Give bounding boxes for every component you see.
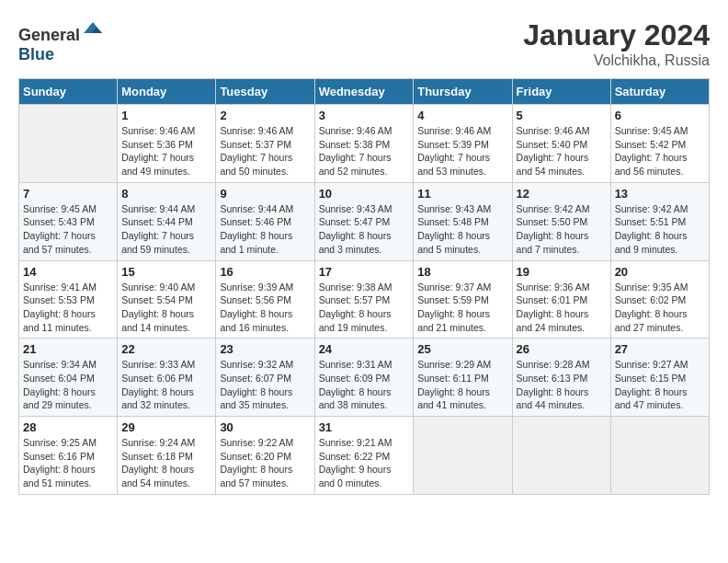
weekday-header-row: SundayMondayTuesdayWednesdayThursdayFrid… <box>19 79 710 105</box>
day-info: Sunrise: 9:46 AMSunset: 5:39 PMDaylight:… <box>417 124 507 178</box>
day-info: Sunrise: 9:42 AMSunset: 5:51 PMDaylight:… <box>615 202 705 257</box>
calendar-cell: 24Sunrise: 9:31 AMSunset: 6:09 PMDayligh… <box>314 339 414 417</box>
day-info: Sunrise: 9:43 AMSunset: 5:48 PMDaylight:… <box>417 202 507 257</box>
logo: General Blue <box>18 18 104 64</box>
calendar-cell: 28Sunrise: 9:25 AMSunset: 6:16 PMDayligh… <box>19 417 118 495</box>
day-info: Sunrise: 9:40 AMSunset: 5:54 PMDaylight:… <box>121 281 211 335</box>
calendar-cell: 26Sunrise: 9:28 AMSunset: 6:13 PMDayligh… <box>512 339 610 417</box>
day-info: Sunrise: 9:27 AMSunset: 6:15 PMDaylight:… <box>615 358 705 412</box>
day-info: Sunrise: 9:32 AMSunset: 6:07 PMDaylight:… <box>220 358 310 412</box>
day-info: Sunrise: 9:37 AMSunset: 5:59 PMDaylight:… <box>417 281 507 335</box>
calendar-cell: 11Sunrise: 9:43 AMSunset: 5:48 PMDayligh… <box>414 182 512 260</box>
logo-icon <box>82 18 104 40</box>
day-number: 16 <box>220 265 310 279</box>
day-info: Sunrise: 9:39 AMSunset: 5:56 PMDaylight:… <box>220 281 310 335</box>
day-info: Sunrise: 9:43 AMSunset: 5:47 PMDaylight:… <box>319 202 410 257</box>
calendar-cell: 29Sunrise: 9:24 AMSunset: 6:18 PMDayligh… <box>118 417 216 495</box>
day-number: 6 <box>615 109 705 122</box>
day-info: Sunrise: 9:24 AMSunset: 6:18 PMDaylight:… <box>121 436 211 490</box>
week-row-5: 28Sunrise: 9:25 AMSunset: 6:16 PMDayligh… <box>19 417 710 495</box>
weekday-header-wednesday: Wednesday <box>314 79 414 105</box>
calendar-cell: 13Sunrise: 9:42 AMSunset: 5:51 PMDayligh… <box>610 182 709 260</box>
location-title: Volchikha, Russia <box>523 52 710 69</box>
day-number: 22 <box>121 342 211 356</box>
day-number: 15 <box>121 265 211 279</box>
day-number: 11 <box>417 187 507 201</box>
weekday-header-monday: Monday <box>118 79 216 105</box>
month-title: January 2024 <box>523 18 710 52</box>
calendar-cell <box>512 417 610 495</box>
calendar-cell: 5Sunrise: 9:46 AMSunset: 5:40 PMDaylight… <box>512 105 610 183</box>
day-number: 7 <box>23 187 113 201</box>
day-number: 20 <box>615 265 705 279</box>
day-number: 12 <box>517 187 607 201</box>
day-number: 4 <box>417 109 507 122</box>
day-info: Sunrise: 9:44 AMSunset: 5:46 PMDaylight:… <box>220 202 310 257</box>
day-number: 23 <box>220 342 310 356</box>
calendar-cell: 15Sunrise: 9:40 AMSunset: 5:54 PMDayligh… <box>118 260 216 339</box>
weekday-header-friday: Friday <box>512 79 610 105</box>
day-info: Sunrise: 9:46 AMSunset: 5:37 PMDaylight:… <box>220 124 310 178</box>
day-info: Sunrise: 9:35 AMSunset: 6:02 PMDaylight:… <box>615 281 705 335</box>
calendar-cell: 21Sunrise: 9:34 AMSunset: 6:04 PMDayligh… <box>19 339 118 417</box>
day-number: 28 <box>23 420 113 434</box>
calendar-cell: 20Sunrise: 9:35 AMSunset: 6:02 PMDayligh… <box>610 260 709 339</box>
calendar-cell: 18Sunrise: 9:37 AMSunset: 5:59 PMDayligh… <box>414 260 512 339</box>
calendar-cell: 16Sunrise: 9:39 AMSunset: 5:56 PMDayligh… <box>216 260 314 339</box>
day-info: Sunrise: 9:45 AMSunset: 5:42 PMDaylight:… <box>615 124 705 178</box>
day-info: Sunrise: 9:45 AMSunset: 5:43 PMDaylight:… <box>23 202 113 257</box>
day-number: 1 <box>121 109 211 122</box>
day-info: Sunrise: 9:34 AMSunset: 6:04 PMDaylight:… <box>23 358 113 412</box>
day-info: Sunrise: 9:41 AMSunset: 5:53 PMDaylight:… <box>23 281 113 335</box>
day-number: 26 <box>517 342 607 356</box>
logo-general-text: General <box>18 26 80 44</box>
week-row-2: 7Sunrise: 9:45 AMSunset: 5:43 PMDaylight… <box>19 182 710 260</box>
weekday-header-saturday: Saturday <box>610 79 709 105</box>
day-number: 10 <box>319 187 410 201</box>
day-number: 13 <box>615 187 705 201</box>
day-number: 18 <box>417 265 507 279</box>
day-info: Sunrise: 9:36 AMSunset: 6:01 PMDaylight:… <box>517 281 607 335</box>
day-info: Sunrise: 9:21 AMSunset: 6:22 PMDaylight:… <box>319 436 410 490</box>
calendar-cell <box>19 105 118 183</box>
logo-blue-text: Blue <box>18 45 54 63</box>
day-info: Sunrise: 9:29 AMSunset: 6:11 PMDaylight:… <box>417 358 507 412</box>
calendar-cell: 22Sunrise: 9:33 AMSunset: 6:06 PMDayligh… <box>118 339 216 417</box>
calendar-cell: 23Sunrise: 9:32 AMSunset: 6:07 PMDayligh… <box>216 339 314 417</box>
day-info: Sunrise: 9:46 AMSunset: 5:38 PMDaylight:… <box>319 124 410 178</box>
calendar-cell: 25Sunrise: 9:29 AMSunset: 6:11 PMDayligh… <box>414 339 512 417</box>
weekday-header-sunday: Sunday <box>19 79 118 105</box>
day-info: Sunrise: 9:33 AMSunset: 6:06 PMDaylight:… <box>121 358 211 412</box>
calendar-cell: 12Sunrise: 9:42 AMSunset: 5:50 PMDayligh… <box>512 182 610 260</box>
week-row-4: 21Sunrise: 9:34 AMSunset: 6:04 PMDayligh… <box>19 339 710 417</box>
day-number: 31 <box>319 420 410 434</box>
day-info: Sunrise: 9:44 AMSunset: 5:44 PMDaylight:… <box>121 202 211 257</box>
day-info: Sunrise: 9:38 AMSunset: 5:57 PMDaylight:… <box>319 281 410 335</box>
calendar-cell <box>610 417 709 495</box>
day-number: 17 <box>319 265 410 279</box>
day-number: 14 <box>23 265 113 279</box>
calendar-cell: 10Sunrise: 9:43 AMSunset: 5:47 PMDayligh… <box>314 182 414 260</box>
calendar-cell: 27Sunrise: 9:27 AMSunset: 6:15 PMDayligh… <box>610 339 709 417</box>
calendar-cell: 3Sunrise: 9:46 AMSunset: 5:38 PMDaylight… <box>314 105 414 183</box>
day-number: 24 <box>319 342 410 356</box>
title-block: January 2024 Volchikha, Russia <box>523 18 710 69</box>
day-number: 25 <box>417 342 507 356</box>
calendar-cell: 4Sunrise: 9:46 AMSunset: 5:39 PMDaylight… <box>414 105 512 183</box>
weekday-header-thursday: Thursday <box>414 79 512 105</box>
day-number: 9 <box>220 187 310 201</box>
day-info: Sunrise: 9:46 AMSunset: 5:40 PMDaylight:… <box>517 124 607 178</box>
day-number: 30 <box>220 420 310 434</box>
day-info: Sunrise: 9:31 AMSunset: 6:09 PMDaylight:… <box>319 358 410 412</box>
weekday-header-tuesday: Tuesday <box>216 79 314 105</box>
day-info: Sunrise: 9:46 AMSunset: 5:36 PMDaylight:… <box>121 124 211 178</box>
day-number: 2 <box>220 109 310 122</box>
day-number: 5 <box>517 109 607 122</box>
calendar-cell: 9Sunrise: 9:44 AMSunset: 5:46 PMDaylight… <box>216 182 314 260</box>
calendar-cell: 1Sunrise: 9:46 AMSunset: 5:36 PMDaylight… <box>118 105 216 183</box>
day-info: Sunrise: 9:28 AMSunset: 6:13 PMDaylight:… <box>517 358 607 412</box>
calendar-cell: 31Sunrise: 9:21 AMSunset: 6:22 PMDayligh… <box>314 417 414 495</box>
page-header: General Blue January 2024 Volchikha, Rus… <box>18 18 710 69</box>
day-number: 3 <box>319 109 410 122</box>
day-number: 27 <box>615 342 705 356</box>
